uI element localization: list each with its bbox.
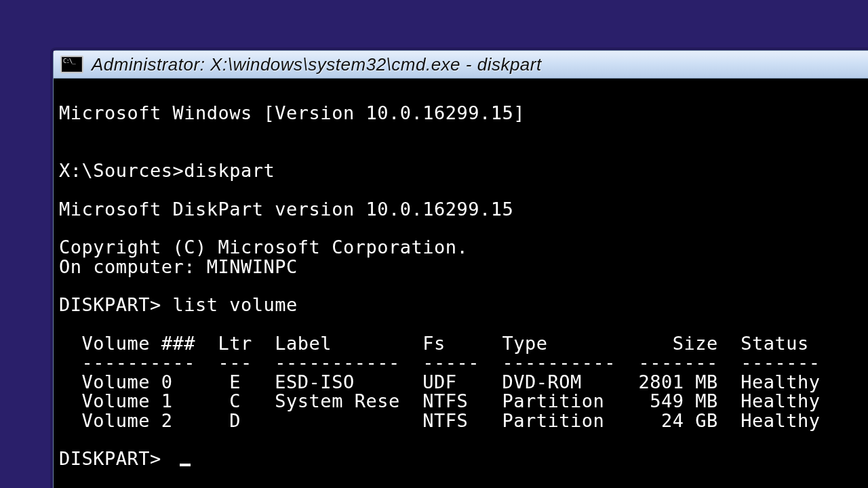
terminal-output[interactable]: Microsoft Windows [Version 10.0.16299.15… [54,97,868,488]
window-titlebar[interactable]: Administrator: X:\windows\system32\cmd.e… [54,51,868,79]
cmd-window: Administrator: X:\windows\system32\cmd.e… [53,50,868,488]
cmd-icon [60,56,83,73]
input-cursor [180,464,191,466]
window-title: Administrator: X:\windows\system32\cmd.e… [92,56,542,73]
